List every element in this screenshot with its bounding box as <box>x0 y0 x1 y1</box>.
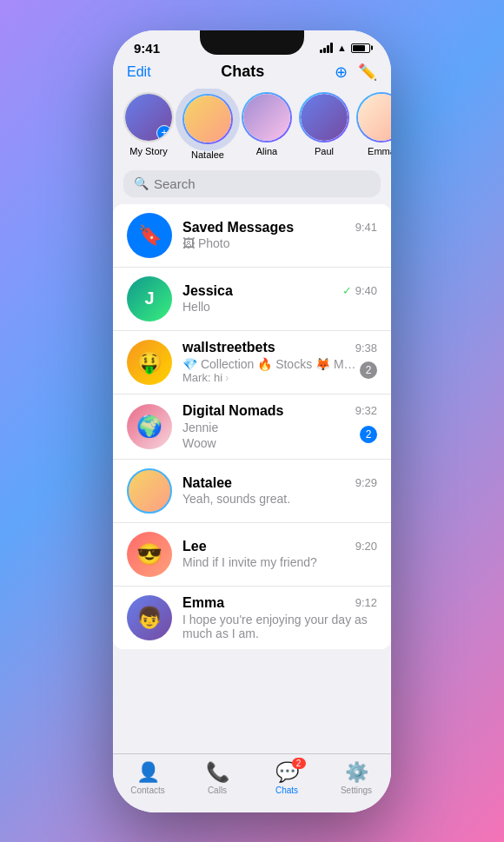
chat-preview-jessica: Hello <box>182 300 210 314</box>
chat-name-natalee: Natalee <box>182 475 232 491</box>
chat-preview-natalee: Yeah, sounds great. <box>182 492 290 506</box>
compose-icon[interactable]: ⊕ <box>335 63 348 82</box>
stories-row: + My Story Natalee Alina P <box>113 89 391 170</box>
chat-avatar-jessica: J <box>127 276 172 322</box>
chat-preview-wsb-2: Mark: hi <box>182 371 222 384</box>
story-avatar-emma <box>356 92 391 143</box>
add-story-icon: + <box>156 125 172 141</box>
chat-avatar-natalee <box>127 468 172 514</box>
story-avatar-natalee <box>182 94 233 144</box>
chat-time-natalee: 9:29 <box>355 476 377 489</box>
chats-badge: 2 <box>292 758 306 769</box>
tab-label-settings: Settings <box>341 786 372 795</box>
chat-info-saved: Saved Messages 9:41 🖼 Photo <box>182 220 377 251</box>
chat-name-lee: Lee <box>182 539 207 554</box>
chat-list: 🔖 Saved Messages 9:41 🖼 Photo J Jessica … <box>113 204 391 649</box>
story-avatar-paul <box>299 92 349 143</box>
chat-time-digital: 9:32 <box>355 404 377 417</box>
page-title: Chats <box>221 63 264 81</box>
checkmark-icon: ✓ <box>342 284 352 297</box>
tab-calls[interactable]: 📞 Calls <box>182 761 252 795</box>
chat-name-emma: Emma <box>182 595 224 611</box>
chat-item-wsb[interactable]: 🤑 wallstreetbets 9:38 💎 Collection 🔥 Sto… <box>113 331 391 394</box>
wifi-icon: ▲ <box>337 43 347 53</box>
chat-name-digital: Digital Nomads <box>182 403 283 419</box>
chat-info-natalee: Natalee 9:29 Yeah, sounds great. <box>182 475 377 507</box>
calls-icon: 📞 <box>206 761 229 784</box>
badge-digital: 2 <box>360 426 377 443</box>
story-item-alina[interactable]: Alina <box>242 92 292 160</box>
chat-info-wsb: wallstreetbets 9:38 💎 Collection 🔥 Stock… <box>182 340 377 384</box>
chat-info-emma: Emma 9:12 I hope you're enjoying your da… <box>182 595 377 640</box>
phone-frame: 9:41 ▲ Edit Chats ⊕ ✏️ + <box>113 30 391 812</box>
chat-preview-lee: Mind if I invite my friend? <box>182 555 317 569</box>
nav-header: Edit Chats ⊕ ✏️ <box>113 59 391 89</box>
edit-pen-icon[interactable]: ✏️ <box>358 63 377 82</box>
chat-item-digital[interactable]: 🌍 Digital Nomads 9:32 Jennie Woow 2 <box>113 394 391 460</box>
chat-avatar-digital: 🌍 <box>127 404 172 449</box>
chevron-icon: › <box>225 372 229 384</box>
tab-label-chats: Chats <box>275 786 298 795</box>
tab-contacts[interactable]: 👤 Contacts <box>113 761 182 795</box>
story-item-natalee[interactable]: Natalee <box>181 92 235 160</box>
chat-info-jessica: Jessica ✓ 9:40 Hello <box>182 283 377 315</box>
chat-preview-wsb-1: 💎 Collection 🔥 Stocks 🦊 Memes... <box>182 357 360 371</box>
story-name-emma: Emma <box>368 146 391 156</box>
story-avatar-alina <box>242 92 292 143</box>
chat-info-digital: Digital Nomads 9:32 Jennie Woow 2 <box>182 403 377 450</box>
chat-time-lee: 9:20 <box>355 540 377 553</box>
chat-info-lee: Lee 9:20 Mind if I invite my friend? <box>182 539 377 570</box>
status-time: 9:41 <box>134 41 160 56</box>
bookmark-icon: 🔖 <box>138 224 162 247</box>
chat-time-jessica: 9:40 <box>355 284 377 297</box>
chat-item-natalee[interactable]: Natalee 9:29 Yeah, sounds great. <box>113 460 391 523</box>
chat-preview-saved: 🖼 Photo <box>182 236 229 250</box>
chat-name-saved: Saved Messages <box>182 220 294 235</box>
chat-avatar-wsb: 🤑 <box>127 340 172 385</box>
chat-name-wsb: wallstreetbets <box>182 340 275 355</box>
badge-wsb: 2 <box>360 361 377 379</box>
chats-badge-wrap: 💬 2 <box>275 761 299 784</box>
notch <box>200 30 304 55</box>
chat-avatar-saved: 🔖 <box>127 213 172 258</box>
story-item-paul[interactable]: Paul <box>299 92 349 160</box>
story-item-my-story[interactable]: + My Story <box>123 92 174 160</box>
chat-item-lee[interactable]: 😎 Lee 9:20 Mind if I invite my friend? <box>113 523 391 587</box>
tab-label-contacts: Contacts <box>130 786 164 795</box>
chat-preview-digital-1: Jennie <box>182 421 360 434</box>
bottom-tabs: 👤 Contacts 📞 Calls 💬 2 Chats ⚙️ Settings <box>113 753 391 812</box>
chat-time-emma: 9:12 <box>355 596 377 609</box>
story-avatar-my-story: + <box>123 92 174 143</box>
settings-icon: ⚙️ <box>345 761 368 784</box>
chat-preview-emma: I hope you're enjoying your day as much … <box>182 613 377 640</box>
story-name-alina: Alina <box>256 146 277 156</box>
story-name-my-story: My Story <box>129 146 167 156</box>
contacts-icon: 👤 <box>136 761 160 784</box>
nav-action-icons: ⊕ ✏️ <box>335 63 377 82</box>
chat-time-wsb: 9:38 <box>355 341 377 355</box>
edit-button[interactable]: Edit <box>127 64 151 80</box>
chat-time-saved: 9:41 <box>355 221 377 234</box>
chat-avatar-emma: 👦 <box>127 595 172 640</box>
chat-preview-digital-2: Woow <box>182 436 360 450</box>
chat-name-jessica: Jessica <box>182 283 233 299</box>
search-bar[interactable]: 🔍 <box>123 170 381 197</box>
chat-avatar-lee: 😎 <box>127 532 172 577</box>
tab-chats[interactable]: 💬 2 Chats <box>252 761 322 795</box>
tab-settings[interactable]: ⚙️ Settings <box>322 761 391 795</box>
story-name-paul: Paul <box>315 146 334 156</box>
signal-icon <box>320 43 333 53</box>
search-icon: 🔍 <box>134 176 149 190</box>
search-input[interactable] <box>154 176 370 191</box>
chat-item-emma[interactable]: 👦 Emma 9:12 I hope you're enjoying your … <box>113 587 391 649</box>
battery-icon <box>351 43 370 53</box>
story-item-emma[interactable]: Emma <box>356 92 391 160</box>
chat-item-jessica[interactable]: J Jessica ✓ 9:40 Hello <box>113 268 391 331</box>
tab-label-calls: Calls <box>208 786 227 795</box>
status-icons: ▲ <box>320 43 370 53</box>
chat-item-saved[interactable]: 🔖 Saved Messages 9:41 🖼 Photo <box>113 204 391 268</box>
